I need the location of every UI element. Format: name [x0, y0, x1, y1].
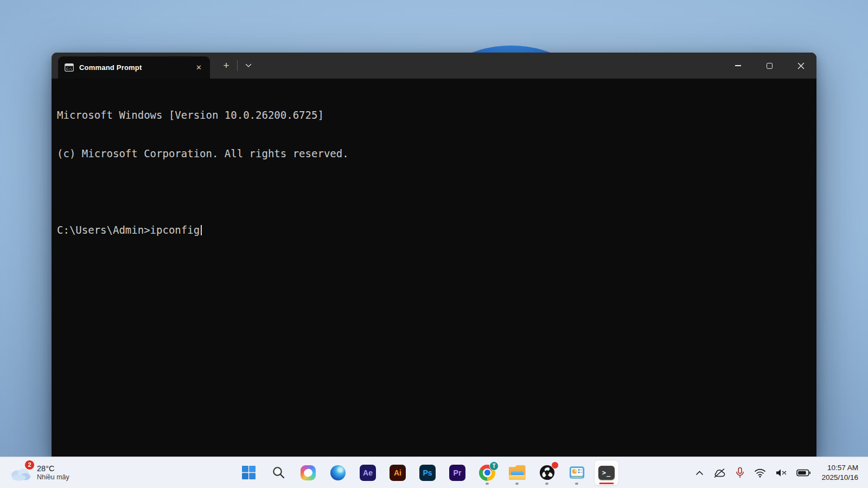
running-indicator [486, 483, 489, 485]
edge-button[interactable] [326, 460, 350, 485]
weather-condition: Nhiều mây [37, 473, 69, 481]
tab-command-prompt[interactable]: C:\ Command Prompt ✕ [58, 56, 210, 79]
new-tab-button[interactable]: + [215, 53, 237, 79]
tab-title: Command Prompt [79, 63, 188, 72]
text-cursor [201, 225, 202, 235]
system-tray: 10:57 AM 2025/10/16 [691, 457, 868, 488]
terminal-prompt-text: C:\Users\Admin>ipconfig [57, 224, 200, 236]
running-indicator [545, 483, 548, 485]
illustrator-icon: Ai [390, 465, 406, 481]
microphone-status-button[interactable] [730, 457, 749, 488]
taskbar: 2 28°C Nhiều mây [0, 457, 868, 488]
terminal-app-button[interactable]: >_ [595, 460, 618, 485]
titlebar-drag-area[interactable] [259, 53, 722, 79]
terminal-prompt-line: C:\Users\Admin>ipconfig [57, 224, 811, 237]
illustrator-button[interactable]: Ai [386, 460, 410, 485]
tab-dropdown-button[interactable] [238, 53, 259, 79]
volume-button[interactable] [770, 457, 792, 488]
file-explorer-button[interactable] [505, 460, 529, 485]
chevron-up-icon [695, 470, 704, 476]
clock[interactable]: 10:57 AM 2025/10/16 [821, 463, 858, 482]
taskbar-apps: Ae Ai Ps Pr T [237, 457, 618, 488]
after-effects-button[interactable]: Ae [356, 460, 380, 485]
desktop: C:\ Command Prompt ✕ + [0, 0, 868, 488]
windows-start-icon [241, 465, 256, 480]
volume-muted-icon [775, 468, 787, 478]
obs-button[interactable] [535, 460, 559, 485]
svg-text:C:\: C:\ [66, 67, 72, 70]
copilot-icon [301, 465, 316, 480]
cmd-icon: C:\ [65, 63, 74, 72]
wifi-button[interactable] [749, 457, 770, 488]
minimize-icon [735, 65, 741, 66]
running-indicator [575, 483, 578, 485]
minimize-button[interactable] [722, 53, 754, 79]
wifi-icon [754, 468, 766, 478]
cloud-off-icon [713, 467, 726, 478]
weather-temperature: 28°C [37, 464, 69, 473]
after-effects-icon: Ae [360, 465, 376, 481]
premiere-button[interactable]: Pr [445, 460, 469, 485]
terminal-line: (c) Microsoft Corporation. All rights re… [57, 147, 811, 160]
onedrive-status-button[interactable] [708, 457, 730, 488]
hidden-icons-button[interactable] [691, 457, 708, 488]
close-button[interactable] [785, 53, 816, 79]
maximize-button[interactable] [754, 53, 785, 79]
obs-notification-dot [551, 461, 559, 469]
weather-widget[interactable]: 2 28°C Nhiều mây [4, 457, 75, 488]
terminal-line: Microsoft Windows [Version 10.0.26200.67… [57, 109, 811, 122]
system-monitor-button[interactable] [565, 460, 589, 485]
chrome-profile-badge: T [489, 461, 499, 471]
active-window-indicator [599, 483, 614, 485]
maximize-icon [767, 63, 773, 69]
clock-date: 2025/10/16 [821, 473, 858, 483]
chrome-button[interactable]: T [475, 460, 499, 485]
terminal-app-icon: >_ [598, 466, 615, 480]
terminal-output[interactable]: Microsoft Windows [Version 10.0.26200.67… [52, 79, 816, 267]
photoshop-button[interactable]: Ps [416, 460, 439, 485]
photoshop-icon: Ps [419, 465, 436, 481]
copilot-button[interactable] [296, 460, 320, 485]
microphone-icon [735, 467, 745, 479]
search-icon [271, 465, 286, 480]
terminal-titlebar[interactable]: C:\ Command Prompt ✕ + [52, 53, 816, 79]
close-icon [797, 62, 805, 69]
terminal-window: C:\ Command Prompt ✕ + [52, 53, 816, 457]
running-indicator [515, 483, 519, 485]
clock-time: 10:57 AM [821, 463, 858, 473]
terminal-blank-line [57, 185, 811, 198]
system-monitor-icon [569, 465, 585, 480]
edge-icon [330, 465, 346, 480]
battery-icon [796, 469, 810, 477]
search-button[interactable] [266, 460, 290, 485]
notification-badge: 2 [24, 460, 35, 470]
start-button[interactable] [237, 460, 260, 485]
premiere-icon: Pr [449, 465, 465, 481]
tab-close-icon[interactable]: ✕ [193, 62, 205, 73]
battery-button[interactable] [792, 457, 815, 488]
file-explorer-icon [509, 465, 526, 480]
chevron-down-icon [245, 63, 252, 68]
